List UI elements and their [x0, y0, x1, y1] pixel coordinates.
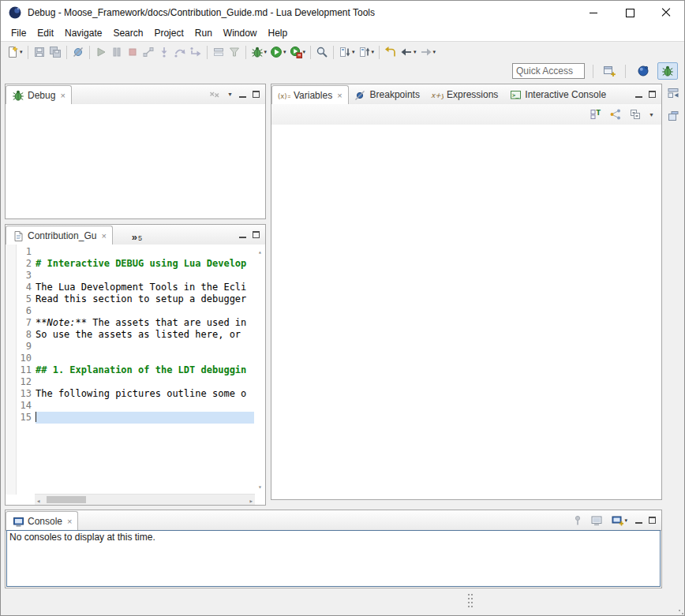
toolbar-separator	[245, 46, 246, 59]
resize-grip[interactable]	[679, 610, 680, 611]
console-view-toolbar: ▾	[571, 510, 661, 530]
editor-line-4: The Lua Development Tools in the Ecli	[36, 282, 254, 293]
skip-all-breakpoints-button[interactable]	[70, 43, 86, 61]
minimize-view-button[interactable]	[635, 91, 642, 98]
step-into-icon	[158, 46, 170, 58]
editor-line-12	[36, 376, 254, 388]
editor-text-area[interactable]: 123456789101112131415 # Interactive DEBU…	[6, 245, 265, 505]
quick-access-input[interactable]: Quick Access	[512, 63, 585, 79]
restore-minimized-view-button[interactable]	[665, 85, 681, 101]
dropdown-arrow-icon[interactable]: ▾	[624, 517, 627, 524]
debug-perspective-button[interactable]	[657, 62, 678, 80]
editor-line-5: Read this section to setup a debugger	[36, 293, 254, 305]
variables-icon: (x)=	[278, 89, 290, 102]
menu-edit[interactable]: Edit	[32, 26, 59, 40]
tab-variables[interactable]: (x)=Variables×	[271, 85, 349, 105]
open-console-button[interactable]: ▾	[609, 512, 629, 529]
svg-text:(x)=: (x)=	[278, 92, 290, 100]
close-button[interactable]	[648, 1, 684, 24]
minimized-view-button[interactable]	[665, 108, 681, 124]
maximize-view-button[interactable]	[253, 91, 260, 98]
view-menu-button[interactable]: ▼	[649, 112, 654, 118]
maximize-view-button[interactable]	[649, 91, 656, 98]
show-logical-structures-button[interactable]	[609, 108, 622, 121]
tab-console[interactable]: Console ×	[6, 511, 78, 531]
line-number: 4	[17, 282, 34, 293]
annotation-ruler[interactable]	[6, 245, 17, 495]
dropdown-arrow-icon[interactable]: ▾	[372, 49, 375, 55]
external-tools-button[interactable]: ▾	[288, 43, 308, 61]
tab-breakpoints[interactable]: Breakpoints	[349, 85, 425, 104]
minimize-view-button[interactable]	[635, 517, 642, 524]
line-number-ruler[interactable]: 123456789101112131415	[17, 246, 34, 495]
view-menu-button[interactable]: ▼	[227, 91, 233, 97]
scrollbar-thumb[interactable]	[47, 496, 86, 503]
collapse-all-button[interactable]	[629, 108, 642, 121]
dropdown-arrow-icon[interactable]: ▾	[352, 49, 355, 55]
maximize-view-button[interactable]	[253, 231, 260, 238]
editor-line-7: **Note:** The assets that are used in	[36, 317, 254, 329]
close-tab-icon[interactable]: ×	[60, 91, 65, 100]
open-perspective-button[interactable]	[601, 62, 617, 80]
menu-navigate[interactable]: Navigate	[59, 26, 107, 40]
search-button[interactable]	[314, 43, 330, 61]
toolbar-separator	[66, 46, 67, 59]
variables-view-toolbar: T ▼	[271, 104, 661, 125]
last-edit-location-button[interactable]	[383, 43, 399, 61]
toolbar-separator	[28, 46, 28, 59]
menu-project[interactable]: Project	[148, 26, 189, 40]
interactive-console-icon: >_	[509, 88, 522, 101]
svg-text:>_: >_	[512, 92, 519, 99]
dropdown-arrow-icon[interactable]: ▾	[264, 49, 268, 55]
vertical-scrollbar[interactable]: ▴ ▾	[255, 245, 265, 495]
tab-interactive-console[interactable]: >_Interactive Console	[503, 85, 612, 104]
menu-help[interactable]: Help	[263, 26, 294, 40]
dropdown-arrow-icon[interactable]: ▾	[303, 49, 306, 55]
sash-handle[interactable]	[468, 594, 470, 595]
dropdown-arrow-icon[interactable]: ▾	[414, 49, 417, 55]
dropdown-arrow-icon[interactable]: ▾	[20, 49, 23, 55]
scroll-up-icon[interactable]: ▴	[255, 246, 265, 258]
scroll-down-icon[interactable]: ▾	[255, 481, 265, 493]
minimize-view-button[interactable]	[239, 232, 246, 238]
show-type-names-button[interactable]: T	[590, 108, 602, 121]
close-tab-icon[interactable]: ×	[101, 231, 106, 241]
console-view: Console × ▾ No consoles to display at th…	[5, 510, 662, 588]
tab-label: Breakpoints	[370, 89, 420, 100]
debug-button[interactable]: ▾	[249, 43, 269, 61]
menu-bar: FileEditNavigateSearchProjectRunWindowHe…	[1, 24, 684, 41]
code-segment: The following pictures outline some o	[36, 388, 246, 399]
menu-search[interactable]: Search	[107, 26, 148, 40]
new-wizard-button[interactable]: ▾	[5, 43, 24, 61]
ldt-perspective-button[interactable]	[634, 63, 653, 79]
close-tab-icon[interactable]: ×	[67, 517, 72, 526]
step-over-button	[172, 43, 188, 61]
window-controls	[575, 1, 684, 24]
scroll-right-icon[interactable]: ▸	[249, 495, 253, 507]
display-selected-console-button[interactable]	[590, 514, 603, 527]
save-icon	[33, 46, 46, 58]
hidden-editors-count: 5	[138, 234, 142, 242]
menu-file[interactable]: File	[6, 26, 32, 40]
svg-text:T: T	[597, 110, 601, 117]
minimize-button[interactable]	[575, 1, 612, 24]
maximize-button[interactable]	[612, 1, 648, 24]
tab-debug[interactable]: Debug ×	[6, 85, 72, 105]
next-annotation-button[interactable]: ▾	[337, 43, 357, 61]
horizontal-scrollbar[interactable]: ◂ ▸	[35, 494, 255, 505]
scroll-left-icon[interactable]: ◂	[36, 495, 40, 507]
editor-code-area[interactable]: # Interactive DEBUG using Lua DevelopThe…	[36, 246, 254, 495]
dropdown-arrow-icon[interactable]: ▾	[283, 49, 286, 55]
menu-run[interactable]: Run	[189, 26, 218, 40]
minimize-view-button[interactable]	[239, 91, 246, 98]
console-icon	[12, 515, 24, 528]
back-button[interactable]: ▾	[399, 43, 418, 61]
previous-annotation-button[interactable]: ▾	[357, 43, 376, 61]
run-button[interactable]: ▾	[268, 43, 288, 61]
tab-expressions[interactable]: x+yExpressions	[425, 85, 503, 104]
menu-window[interactable]: Window	[218, 26, 263, 40]
maximize-view-button[interactable]	[649, 517, 656, 524]
close-tab-icon[interactable]: ×	[337, 91, 342, 100]
editor-tab-overflow-button[interactable]: » 5	[127, 232, 147, 245]
tab-contribution-guide[interactable]: Contribution_Gu ×	[6, 226, 113, 245]
